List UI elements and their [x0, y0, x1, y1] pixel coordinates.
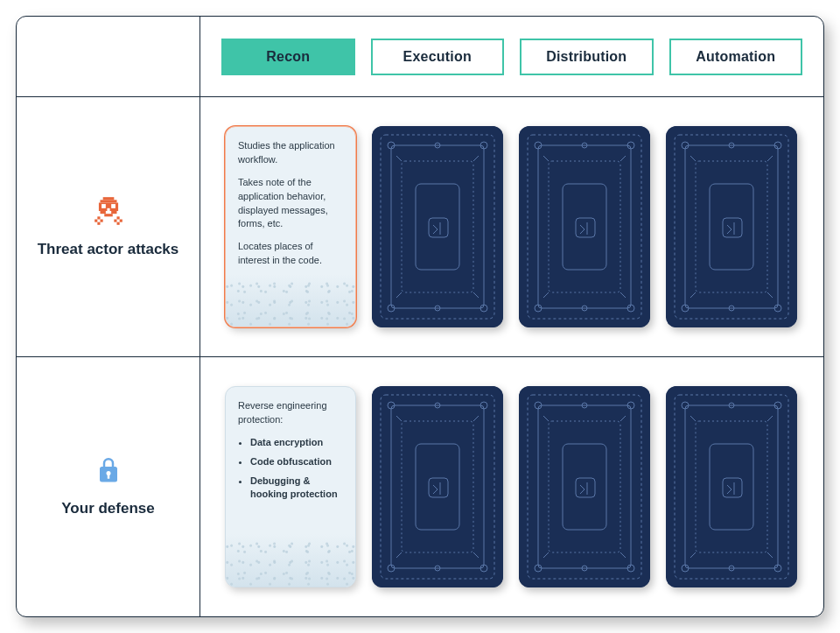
defense-recon-card[interactable]: Reverse engineering protection: Data enc… [225, 386, 356, 587]
svg-rect-11 [119, 219, 122, 222]
card-back-pattern-icon [372, 386, 503, 587]
phase-tabs: Recon Execution Distribution Automation [200, 17, 823, 97]
attack-card-p1: Studies the application workflow. [238, 139, 343, 167]
svg-rect-15 [111, 204, 116, 208]
defense-item-debugging: Debugging & hooking protection [250, 475, 343, 503]
tab-distribution[interactable]: Distribution [520, 39, 654, 75]
lock-icon [95, 455, 122, 487]
card-back-pattern-icon [666, 126, 797, 327]
tab-automation[interactable]: Automation [669, 39, 803, 75]
svg-rect-6 [97, 216, 100, 219]
attack-execution-card-back[interactable] [372, 126, 503, 327]
card-back-pattern-icon [519, 386, 650, 587]
svg-rect-8 [100, 219, 102, 222]
security-matrix: Recon Execution Distribution Automation … [16, 16, 824, 617]
row-label-attack-text: Threat actor attacks [38, 240, 179, 259]
defense-item-encryption: Data encryption [250, 436, 343, 450]
defense-automation-card-back[interactable] [666, 386, 797, 587]
svg-rect-13 [116, 222, 119, 224]
card-texture [226, 534, 355, 587]
svg-rect-3 [100, 211, 105, 214]
svg-rect-4 [111, 211, 116, 214]
defense-item-obfuscation: Code obfuscation [250, 455, 343, 469]
svg-rect-0 [102, 197, 114, 200]
attack-cards-row: Studies the application workflow. Takes … [200, 97, 823, 357]
svg-rect-7 [116, 216, 119, 219]
card-back-pattern-icon [519, 126, 650, 327]
svg-rect-5 [104, 214, 113, 216]
attack-card-p2: Takes note of the application behavior, … [238, 176, 343, 232]
attack-recon-card[interactable]: Studies the application workflow. Takes … [225, 126, 356, 327]
defense-card-list: Data encryption Code obfuscation Debuggi… [238, 436, 343, 503]
defense-cards-row: Reverse engineering protection: Data enc… [200, 357, 823, 617]
svg-rect-9 [114, 219, 116, 222]
skull-icon [92, 194, 125, 228]
svg-rect-55 [107, 474, 109, 478]
row-label-defense-text: Your defense [61, 499, 154, 518]
defense-card-heading: Reverse engineering protection: [238, 399, 343, 427]
attack-automation-card-back[interactable] [666, 126, 797, 327]
svg-rect-16 [107, 208, 109, 211]
defense-execution-card-back[interactable] [372, 386, 503, 587]
row-label-defense: Your defense [17, 357, 200, 617]
card-back-pattern-icon [372, 126, 503, 327]
row-label-attack: Threat actor attacks [17, 97, 200, 357]
svg-rect-1 [100, 200, 116, 202]
defense-distribution-card-back[interactable] [519, 386, 650, 587]
header-blank-cell [17, 17, 200, 97]
card-texture [226, 274, 355, 327]
svg-rect-10 [94, 219, 97, 222]
tab-recon[interactable]: Recon [221, 39, 355, 75]
attack-card-p3: Locates places of interest in the code. [238, 240, 343, 268]
svg-rect-12 [97, 222, 100, 224]
svg-rect-14 [102, 204, 106, 208]
attack-distribution-card-back[interactable] [519, 126, 650, 327]
card-back-pattern-icon [666, 386, 797, 587]
tab-execution[interactable]: Execution [371, 39, 505, 75]
